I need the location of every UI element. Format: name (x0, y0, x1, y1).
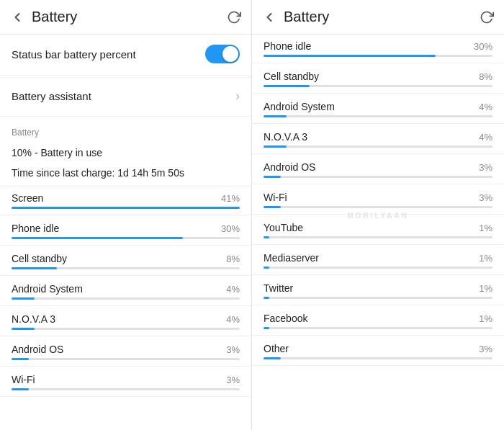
usage-name: Screen (12, 192, 43, 204)
chevron-right-icon: › (235, 89, 240, 104)
progress-bar-fill (264, 176, 281, 178)
progress-bar-bg (12, 328, 240, 330)
divider (252, 305, 504, 305)
list-item[interactable]: Cell standby 8% (252, 65, 504, 91)
right-usage-list: Phone idle 30% Cell standby 8% Android S… (252, 35, 504, 366)
list-item[interactable]: Twitter 1% (252, 277, 504, 303)
left-panel: Battery Status bar battery percent Batte… (0, 0, 252, 430)
usage-name: N.O.V.A 3 (264, 131, 307, 143)
progress-bar-fill (12, 237, 183, 239)
progress-bar-fill (264, 115, 287, 117)
list-item[interactable]: Cell standby 8% (0, 247, 251, 274)
list-item[interactable]: Wi-Fi 3% (252, 186, 504, 212)
divider (252, 274, 504, 275)
progress-bar-bg (12, 207, 240, 209)
progress-bar-fill (12, 297, 35, 300)
usage-percent: 4% (226, 314, 240, 325)
right-back-button[interactable] (261, 9, 278, 26)
divider (0, 275, 251, 276)
list-item[interactable]: Android OS 3% (0, 338, 251, 364)
usage-percent: 1% (479, 313, 492, 324)
usage-percent: 3% (479, 192, 492, 203)
usage-percent: 1% (479, 283, 492, 294)
list-item[interactable]: Android System 4% (252, 95, 504, 122)
usage-percent: 4% (479, 102, 492, 112)
usage-percent: 41% (221, 193, 240, 204)
right-header: Battery (252, 0, 504, 35)
list-item[interactable]: Other 3% (252, 337, 504, 364)
list-item[interactable]: Facebook 1% (252, 307, 504, 333)
battery-section-header: Battery (0, 118, 251, 141)
list-item[interactable]: YouTube 1% (252, 216, 504, 243)
list-item[interactable]: Mediaserver 1% (252, 246, 504, 273)
progress-bar-bg (12, 358, 240, 360)
divider (252, 93, 504, 94)
divider (252, 123, 504, 124)
progress-bar-fill (264, 327, 269, 329)
progress-bar-fill (264, 85, 310, 87)
divider (252, 214, 504, 215)
usage-name: Mediaserver (264, 252, 319, 264)
usage-name: Cell standby (12, 253, 67, 264)
left-header: Battery (0, 0, 251, 35)
battery-assistant-row[interactable]: Battery assistant › (0, 77, 251, 115)
list-item[interactable]: Android System 4% (0, 277, 251, 304)
right-header-title: Battery (284, 9, 478, 25)
progress-bar-bg (264, 206, 492, 208)
usage-name: Cell standby (264, 71, 319, 82)
divider (0, 336, 251, 336)
right-panel: Battery Phone idle 30% Cell standby 8% A… (252, 0, 504, 430)
status-bar-row: Status bar battery percent (0, 35, 251, 73)
left-back-button[interactable] (9, 9, 26, 26)
status-bar-toggle[interactable] (205, 45, 240, 63)
progress-bar-fill (12, 207, 240, 209)
divider (0, 215, 251, 215)
progress-bar-bg (264, 266, 492, 269)
list-item[interactable]: N.O.V.A 3 4% (252, 125, 504, 152)
usage-percent: 3% (479, 162, 492, 173)
usage-name: YouTube (264, 222, 303, 233)
battery-status-text: 10% - Battery in use (0, 141, 251, 161)
progress-bar-fill (264, 206, 281, 208)
divider (252, 335, 504, 336)
usage-percent: 3% (226, 375, 240, 385)
usage-percent: 30% (474, 41, 492, 52)
progress-bar-fill (12, 358, 29, 360)
right-refresh-button[interactable] (478, 9, 495, 26)
usage-percent: 8% (479, 71, 492, 82)
divider-2 (0, 116, 251, 117)
left-refresh-button[interactable] (225, 9, 243, 26)
usage-name: Android System (264, 101, 335, 112)
progress-bar-bg (264, 115, 492, 117)
list-item[interactable]: Wi-Fi 3% (0, 368, 251, 395)
progress-bar-bg (264, 236, 492, 238)
list-item[interactable]: Screen 41% (0, 187, 251, 213)
progress-bar-bg (12, 297, 240, 300)
usage-percent: 1% (479, 253, 492, 264)
divider (252, 63, 504, 63)
left-usage-list: Screen 41% Phone idle 30% Cell standby 8… (0, 187, 251, 397)
divider (252, 244, 504, 245)
progress-bar-bg (264, 297, 492, 299)
progress-bar-bg (264, 55, 492, 57)
progress-bar-fill (12, 388, 29, 390)
usage-name: Android OS (12, 344, 63, 355)
progress-bar-bg (12, 388, 240, 390)
progress-bar-fill (264, 145, 287, 148)
usage-name: Other (264, 343, 289, 354)
list-item[interactable]: Phone idle 30% (0, 217, 251, 243)
progress-bar-bg (264, 357, 492, 359)
list-item[interactable]: Android OS 3% (252, 156, 504, 182)
divider (0, 245, 251, 246)
usage-percent: 4% (479, 132, 492, 143)
list-item[interactable]: Phone idle 30% (252, 35, 504, 61)
usage-percent: 3% (479, 344, 492, 354)
divider (0, 396, 251, 397)
usage-name: Android OS (264, 161, 315, 173)
progress-bar-fill (264, 236, 269, 238)
usage-name: Phone idle (12, 223, 59, 234)
usage-percent: 30% (221, 223, 240, 234)
list-item[interactable]: N.O.V.A 3 4% (0, 308, 251, 334)
usage-name: Facebook (264, 313, 307, 324)
toggle-knob (222, 46, 238, 62)
